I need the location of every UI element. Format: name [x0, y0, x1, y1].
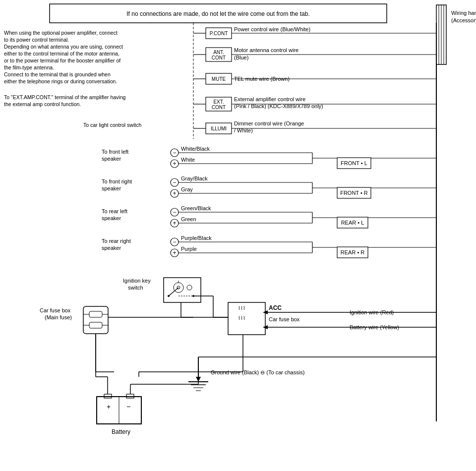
- svg-text:switch: switch: [128, 285, 143, 291]
- svg-text:(Blue): (Blue): [234, 55, 248, 60]
- svg-text:+: +: [173, 190, 176, 197]
- svg-text:−: −: [173, 209, 176, 216]
- svg-text:To "EXT.AMP.CONT." terminal of: To "EXT.AMP.CONT." terminal of the ampli…: [4, 94, 126, 100]
- svg-text:To front right: To front right: [102, 178, 132, 184]
- svg-text:To rear right: To rear right: [102, 238, 131, 244]
- svg-text:+: +: [173, 220, 176, 227]
- svg-text:−: −: [173, 149, 176, 156]
- svg-text:ANT.: ANT.: [213, 50, 224, 55]
- svg-text:CONT: CONT: [212, 55, 226, 60]
- svg-text:(Accessory①): (Accessory①): [451, 17, 476, 23]
- svg-text:−: −: [126, 403, 130, 411]
- svg-text:⌇⌇⌇: ⌇⌇⌇: [238, 305, 245, 311]
- svg-text:When using the optional power : When using the optional power amplifier,…: [4, 30, 118, 36]
- svg-text:Green/Black: Green/Black: [181, 205, 211, 211]
- svg-text:−: −: [173, 238, 176, 245]
- svg-text:speaker: speaker: [102, 245, 121, 251]
- svg-text:Motor antenna control wire: Motor antenna control wire: [234, 47, 298, 53]
- svg-marker-156: [196, 377, 201, 382]
- svg-text:+: +: [173, 249, 176, 256]
- svg-text:To rear left: To rear left: [102, 208, 127, 214]
- svg-text:the external amp control funct: the external amp control function.: [4, 101, 81, 107]
- svg-text:REAR • R: REAR • R: [341, 249, 365, 255]
- svg-text:+: +: [107, 403, 111, 411]
- svg-text:Car fuse box: Car fuse box: [40, 307, 71, 313]
- svg-text:FRONT • R: FRONT • R: [340, 190, 368, 196]
- svg-text:or to the power terminal for t: or to the power terminal for the booster…: [4, 58, 120, 63]
- svg-text:Connect to the terminal that i: Connect to the terminal that is grounded…: [4, 71, 111, 77]
- svg-text:ACC: ACC: [269, 304, 282, 311]
- svg-text:speaker: speaker: [102, 156, 121, 162]
- svg-rect-143: [89, 311, 102, 317]
- svg-text:White: White: [181, 157, 195, 163]
- svg-rect-146: [89, 322, 102, 328]
- svg-text:Car fuse box: Car fuse box: [269, 316, 300, 322]
- svg-text:the film-type antenna.: the film-type antenna.: [4, 64, 54, 70]
- wiring-diagram: If no connections are made, do not let t…: [0, 0, 476, 471]
- svg-text:either to the control terminal: either to the control terminal of the mo…: [4, 51, 119, 57]
- svg-text:speaker: speaker: [102, 215, 121, 221]
- svg-text:speaker: speaker: [102, 185, 121, 191]
- svg-text:Wiring harness: Wiring harness: [451, 10, 476, 16]
- svg-text:REAR • L: REAR • L: [341, 220, 364, 226]
- svg-text:Dimmer control wire (Orange: Dimmer control wire (Orange: [234, 120, 304, 126]
- svg-text:Green: Green: [181, 216, 196, 222]
- svg-text:Depending on what antenna you : Depending on what antenna you are using,…: [4, 44, 123, 50]
- svg-text:ILLUMI: ILLUMI: [211, 126, 227, 131]
- svg-rect-113: [164, 278, 201, 302]
- svg-text:Purple: Purple: [181, 246, 197, 252]
- svg-point-117: [187, 285, 192, 290]
- svg-text:Gray: Gray: [181, 186, 193, 192]
- svg-point-119: [168, 295, 170, 297]
- svg-text:to its power control terminal.: to its power control terminal.: [4, 37, 69, 43]
- svg-text:Battery: Battery: [112, 428, 130, 435]
- svg-text:+: +: [173, 160, 176, 167]
- svg-text:⌇⌇⌇: ⌇⌇⌇: [238, 315, 245, 321]
- svg-text:MUTE: MUTE: [212, 76, 226, 82]
- svg-text:FRONT • L: FRONT • L: [341, 160, 367, 166]
- svg-text:CONT: CONT: [212, 105, 226, 110]
- svg-text:External amplifier control wir: External amplifier control wire: [234, 96, 305, 102]
- svg-text:−: −: [173, 179, 176, 186]
- svg-text:(Pink / Black) (KDC-X889/X789 : (Pink / Black) (KDC-X889/X789 only): [234, 103, 323, 109]
- svg-text:/ White): / White): [234, 127, 253, 133]
- svg-text:P.CONT: P.CONT: [210, 31, 228, 36]
- svg-text:either the telephone rings or : either the telephone rings or during con…: [4, 78, 117, 84]
- svg-text:Gray/Black: Gray/Black: [181, 176, 208, 181]
- svg-text:If no connections are made, do: If no connections are made, do not let t…: [126, 10, 310, 17]
- svg-text:Ground wire (Black) ⊖ (To car : Ground wire (Black) ⊖ (To car chassis): [211, 369, 304, 375]
- svg-text:(Main fuse): (Main fuse): [45, 314, 72, 320]
- svg-text:EXT.: EXT.: [213, 99, 224, 105]
- svg-text:To front left: To front left: [102, 149, 128, 155]
- svg-rect-142: [83, 306, 108, 334]
- svg-text:TEL mute wire (Brown): TEL mute wire (Brown): [234, 76, 290, 82]
- svg-text:Ignition key: Ignition key: [123, 278, 151, 284]
- svg-text:White/Black: White/Black: [181, 146, 210, 152]
- svg-rect-127: [228, 302, 265, 335]
- svg-text:To car light control switch: To car light control switch: [83, 122, 141, 128]
- svg-text:Power control wire (Blue/White: Power control wire (Blue/White): [234, 26, 310, 32]
- svg-text:Purple/Black: Purple/Black: [181, 235, 212, 241]
